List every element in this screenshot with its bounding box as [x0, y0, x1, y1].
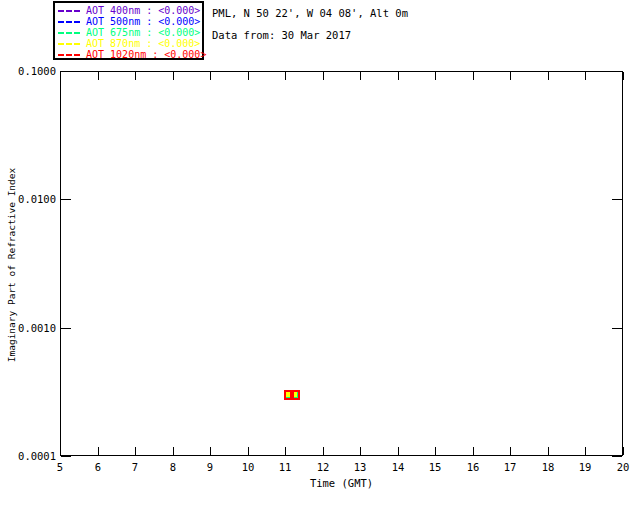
- x-tick-label: 10: [233, 461, 263, 473]
- legend-item-label: AOT 675nm : <0.000>: [86, 27, 200, 38]
- x-tick-label: 16: [458, 461, 488, 473]
- y-tick-right: [612, 328, 622, 329]
- x-tick: [548, 447, 549, 455]
- legend-item: AOT 400nm : <0.000>: [55, 5, 202, 16]
- x-tick-top: [135, 72, 136, 80]
- legend-item: AOT 500nm : <0.000>: [55, 16, 202, 27]
- x-tick: [585, 447, 586, 455]
- x-tick-top: [173, 72, 174, 80]
- x-tick: [210, 447, 211, 455]
- x-tick-label: 7: [120, 461, 150, 473]
- x-tick: [435, 447, 436, 455]
- x-tick-label: 14: [383, 461, 413, 473]
- y-tick-right: [612, 199, 622, 200]
- x-tick: [173, 447, 174, 455]
- x-tick: [323, 447, 324, 455]
- x-tick-label: 13: [345, 461, 375, 473]
- x-tick-top: [323, 72, 324, 80]
- x-tick-label: 6: [83, 461, 113, 473]
- y-tick-right: [612, 71, 622, 72]
- x-tick-label: 9: [195, 461, 225, 473]
- y-tick-label: 0.0100: [14, 193, 56, 205]
- x-tick: [510, 447, 511, 455]
- legend-item-label: AOT 870nm : <0.000>: [86, 38, 200, 49]
- x-tick: [98, 447, 99, 455]
- x-tick-top: [623, 72, 624, 80]
- y-tick: [61, 328, 71, 329]
- y-tick-label: 0.0010: [14, 322, 56, 334]
- x-tick: [60, 447, 61, 455]
- legend-item: AOT 675nm : <0.000>: [55, 27, 202, 38]
- plot-title: PML, N 50 22', W 04 08', Alt 0m: [212, 7, 408, 19]
- x-tick-top: [60, 72, 61, 80]
- legend-item: AOT 870nm : <0.000>: [55, 38, 202, 49]
- x-tick-top: [360, 72, 361, 80]
- x-tick: [360, 447, 361, 455]
- y-tick-label: 0.1000: [14, 65, 56, 77]
- x-tick-top: [585, 72, 586, 80]
- legend-item-label: AOT 500nm : <0.000>: [86, 16, 200, 27]
- x-tick-top: [248, 72, 249, 80]
- x-tick: [285, 447, 286, 455]
- x-tick-top: [98, 72, 99, 80]
- x-tick-label: 19: [570, 461, 600, 473]
- legend-item-label: AOT 1020nm : <0.000>: [86, 49, 206, 60]
- legend-dash-sample: [58, 43, 82, 45]
- plot-area: [60, 71, 623, 456]
- x-tick-top: [473, 72, 474, 80]
- plot-canvas: AOT 400nm : <0.000>AOT 500nm : <0.000>AO…: [0, 0, 640, 512]
- y-tick-label: 0.0001: [14, 450, 56, 462]
- x-tick: [248, 447, 249, 455]
- data-point-marker: [290, 390, 300, 400]
- y-tick: [61, 71, 71, 72]
- x-tick: [135, 447, 136, 455]
- x-tick-label: 20: [608, 461, 638, 473]
- x-tick-label: 11: [270, 461, 300, 473]
- x-tick-label: 17: [495, 461, 525, 473]
- x-tick-top: [435, 72, 436, 80]
- x-tick-top: [210, 72, 211, 80]
- x-tick-top: [398, 72, 399, 80]
- x-tick: [398, 447, 399, 455]
- y-tick: [61, 199, 71, 200]
- x-tick-top: [510, 72, 511, 80]
- x-tick-label: 18: [533, 461, 563, 473]
- plot-subtitle: Data from: 30 Mar 2017: [212, 29, 351, 41]
- x-tick-label: 8: [158, 461, 188, 473]
- x-tick-label: 12: [308, 461, 338, 473]
- x-tick-top: [548, 72, 549, 80]
- legend-dash-sample: [58, 54, 82, 56]
- legend-item-label: AOT 400nm : <0.000>: [86, 5, 200, 16]
- legend-box: AOT 400nm : <0.000>AOT 500nm : <0.000>AO…: [53, 1, 204, 60]
- legend-dash-sample: [58, 21, 82, 23]
- legend-dash-sample: [58, 10, 82, 12]
- x-tick: [473, 447, 474, 455]
- y-tick: [61, 456, 71, 457]
- x-tick-label: 5: [45, 461, 75, 473]
- x-tick-top: [285, 72, 286, 80]
- legend-item: AOT 1020nm : <0.000>: [55, 49, 202, 60]
- x-tick: [623, 447, 624, 455]
- x-tick-label: 15: [420, 461, 450, 473]
- x-axis-title: Time (GMT): [60, 477, 623, 489]
- legend-dash-sample: [58, 32, 82, 34]
- y-tick-right: [612, 456, 622, 457]
